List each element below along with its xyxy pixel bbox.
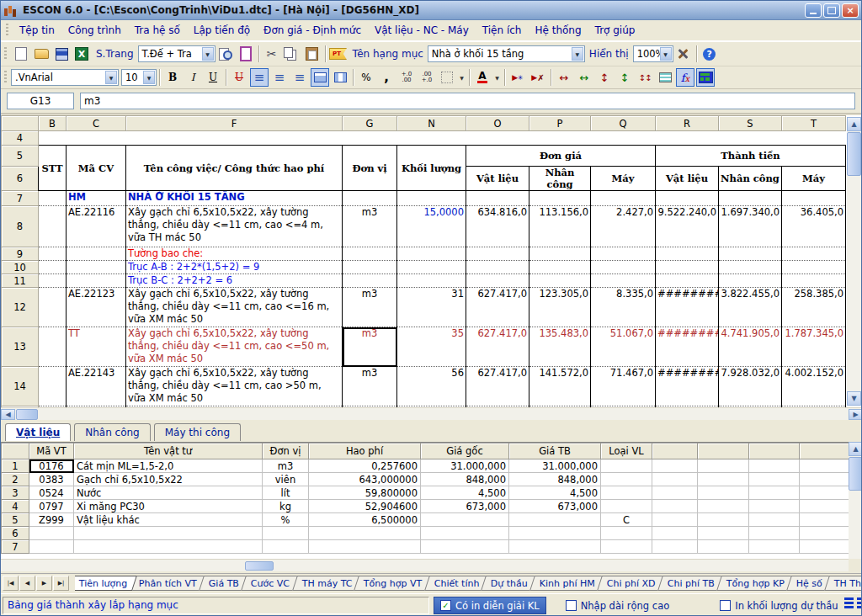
grid-cell[interactable]: 9.522.240,0 [656, 206, 719, 247]
detail-cell[interactable]: Vật liệu khác [74, 513, 263, 527]
detail-cell[interactable] [652, 540, 698, 554]
detail-cell[interactable] [601, 527, 652, 540]
detail-cell[interactable] [800, 527, 849, 540]
row-header[interactable]: 9 [2, 247, 39, 261]
save-icon[interactable] [52, 45, 71, 63]
row-header[interactable]: 10 [2, 261, 39, 274]
detail-cell[interactable] [652, 486, 698, 500]
detail-cell[interactable] [421, 540, 509, 554]
grid-cell[interactable]: 4.741.905,0 [719, 327, 782, 367]
grid-cell[interactable]: ########### [656, 288, 719, 327]
detail-cell[interactable] [421, 513, 509, 527]
grid-cell[interactable] [67, 261, 126, 274]
grid-cell[interactable] [591, 274, 656, 288]
status-checkbox-1[interactable]: ✓Có in diễn giải KL [434, 597, 546, 614]
decrease-decimal-icon[interactable] [418, 68, 436, 87]
new-document-icon[interactable] [12, 45, 30, 63]
sheet-tab-6[interactable]: Chiết tính [424, 576, 489, 591]
grid-cell[interactable]: 35 [397, 327, 466, 367]
detail-cell[interactable]: 0797 [29, 500, 74, 513]
row-header[interactable]: 3 [2, 486, 29, 500]
detail-tab-1[interactable]: Nhân công [74, 423, 151, 441]
detail-cell[interactable]: 59,800000 [309, 486, 421, 500]
sheet-tab-0[interactable]: Tiên lượng [75, 576, 137, 591]
detail-cell[interactable]: % [263, 513, 309, 527]
detail-cell[interactable] [601, 473, 652, 486]
detail-horizontal-scrollbar[interactable] [1, 559, 849, 571]
grid-cell[interactable]: Trục B-C : 2+2+2 = 6 [126, 274, 343, 288]
page-setup-icon[interactable] [237, 45, 255, 63]
grid-cell[interactable] [397, 191, 466, 206]
help-icon[interactable] [700, 45, 719, 63]
detail-cell[interactable] [652, 500, 698, 513]
detail-cell[interactable]: 0524 [29, 486, 74, 500]
detail-cell[interactable]: 31.000,000 [509, 459, 601, 473]
row-header[interactable]: 14 [2, 367, 39, 406]
detail-cell[interactable] [800, 459, 849, 473]
grid-cell[interactable]: 258.385,0 [782, 288, 846, 327]
detail-cell[interactable] [800, 540, 849, 554]
detail-cell[interactable]: viên [263, 473, 309, 486]
detail-cell[interactable]: 52,904600 [309, 500, 421, 513]
column-header-O[interactable]: O [466, 116, 529, 131]
row-header[interactable]: 4 [2, 131, 39, 146]
grid-cell[interactable]: 141.572,0 [529, 367, 591, 406]
detail-tab-2[interactable]: Máy thi công [154, 423, 241, 441]
detail-tab-0[interactable]: Vật liệu [5, 423, 71, 441]
insert-row-icon[interactable] [508, 68, 527, 87]
column-header-P[interactable]: P [529, 116, 591, 131]
grid-cell[interactable] [67, 247, 126, 261]
fit-column-icon[interactable] [575, 68, 593, 87]
detail-cell[interactable] [652, 513, 698, 527]
grid-cell[interactable] [466, 191, 529, 206]
excel-export-icon[interactable] [72, 45, 91, 63]
row-header[interactable]: 13 [2, 327, 39, 367]
detail-cell[interactable] [309, 527, 421, 540]
detail-cell[interactable]: Cát mịn ML=1,5-2,0 [74, 459, 263, 473]
grid-cell[interactable]: Xây gạch chỉ 6,5x10,5x22, xây tường thẳn… [126, 367, 343, 406]
grid-cell[interactable]: 627.417,0 [466, 288, 529, 327]
strikethrough-icon[interactable] [230, 68, 248, 87]
detail-cell[interactable]: m3 [263, 459, 309, 473]
font-color-icon[interactable] [473, 68, 492, 87]
row-header[interactable]: 12 [2, 288, 39, 327]
font-size-combo[interactable]: 10▼ [121, 69, 157, 86]
detail-cell[interactable] [698, 459, 749, 473]
detail-cell[interactable] [698, 513, 749, 527]
detail-cell[interactable]: C [601, 513, 652, 527]
grid-cell[interactable]: AE.22116 [67, 206, 126, 247]
grid-cell[interactable] [656, 274, 719, 288]
row-header[interactable]: 5 [2, 146, 39, 167]
column-header-N[interactable]: N [397, 116, 466, 131]
detail-column-header[interactable]: Giá TB [509, 443, 601, 459]
detail-cell[interactable] [800, 473, 849, 486]
detail-cell[interactable] [749, 527, 800, 540]
grid-cell[interactable]: Tường bao che: [126, 247, 343, 261]
distribute-rows-icon[interactable] [636, 68, 654, 87]
detail-cell[interactable] [698, 527, 749, 540]
close-button[interactable]: × [842, 3, 859, 18]
detail-cell[interactable]: 4,500 [509, 486, 601, 500]
row-height-icon[interactable] [595, 68, 614, 87]
grid-cell[interactable] [67, 274, 126, 288]
chevron-down-icon[interactable]: ▼ [572, 47, 583, 61]
detail-cell[interactable]: Xi măng PC30 [74, 500, 263, 513]
horizontal-scrollbar[interactable]: ◀ ▶ [1, 407, 862, 420]
grid-cell[interactable]: AE.22123 [67, 288, 126, 327]
column-header-F[interactable]: F [126, 116, 343, 131]
detail-cell[interactable]: 848,000 [421, 473, 509, 486]
grid-cell[interactable]: 4.002.152,0 [782, 367, 846, 406]
grid-cell[interactable]: 31 [397, 288, 466, 327]
chevron-down-icon[interactable]: ▼ [660, 47, 672, 61]
sheet-tab-9[interactable]: Chi phí XD [597, 576, 666, 591]
detail-cell[interactable]: Nước [74, 486, 263, 500]
row-header[interactable]: 4 [2, 500, 29, 513]
detail-cell[interactable]: kg [263, 500, 309, 513]
detail-cell[interactable] [749, 540, 800, 554]
status-checkbox-3[interactable]: In khối lượng dự thầu [714, 597, 843, 614]
detail-column-header[interactable] [800, 443, 849, 459]
detail-cell[interactable] [652, 527, 698, 540]
ime-icon[interactable] [844, 597, 862, 611]
zoom-combo[interactable]: 100%▼ [633, 45, 673, 62]
detail-cell[interactable]: lít [263, 486, 309, 500]
